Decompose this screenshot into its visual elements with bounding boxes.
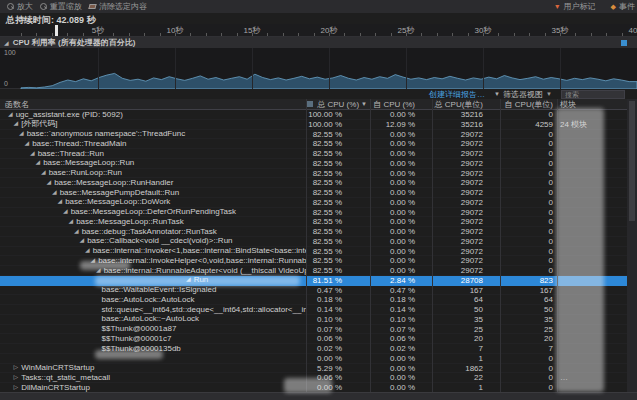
time-ruler[interactable]: 5秒10秒15秒20秒25秒30秒35秒40秒: [0, 24, 637, 37]
table-row[interactable]: ◢base::internal::RunnableAdapter<void (_…: [0, 266, 637, 276]
ruler-tick-label: 10秒: [167, 25, 184, 36]
table-row[interactable]: 0.00 %0.00 %10: [0, 354, 637, 364]
column-header-self-cpu-pct[interactable]: 自 CPU (%): [370, 99, 432, 110]
reset-zoom-button[interactable]: 重置缩放: [40, 1, 82, 12]
call-tree-table: 函数名 总 CPU (%) ▼ 自 CPU (%) 总 CPU(单位) 自 CP…: [0, 99, 637, 392]
module-cell: [557, 305, 627, 314]
cpu-utilization-header[interactable]: ◢ CPU 利用率 (所有处理器的百分比): [0, 37, 637, 48]
function-name-label: Tasks::qt_static_metacall: [21, 373, 110, 382]
vertical-scrollbar[interactable]: [627, 99, 637, 392]
reset-zoom-icon: [40, 3, 47, 10]
tree-expanded-icon[interactable]: ◢: [30, 149, 35, 158]
table-row[interactable]: ▷Tasks::qt_static_metacall0.06 %0.00 %22…: [0, 373, 637, 383]
self-cpu-units-cell: 0: [500, 237, 557, 246]
tree-expanded-icon[interactable]: ◢: [186, 276, 191, 285]
column-header-self-cpu-units[interactable]: 自 CPU(单位): [500, 99, 557, 110]
self-cpu-units-cell: 0: [500, 208, 557, 217]
table-row[interactable]: ◢base::Thread::ThreadMain82.55 %0.00 %29…: [0, 139, 637, 149]
clear-selection-button[interactable]: 清除选定内容: [89, 1, 147, 12]
self-cpu-units-cell: 50: [500, 305, 557, 314]
function-name-cell: ▷Tasks::qt_static_metacall: [0, 373, 306, 382]
total-cpu-units-cell: 28708: [432, 276, 500, 285]
total-cpu-pct-cell: 82.55 %: [306, 256, 370, 265]
table-row[interactable]: ◢base::MessagePumpDefault::Run82.55 %0.0…: [0, 188, 637, 198]
tree-expanded-icon[interactable]: ◢: [8, 110, 13, 119]
column-header-module[interactable]: 模块: [557, 99, 627, 110]
total-cpu-pct-cell: 82.55 %: [306, 149, 370, 158]
horizontal-scrollbar[interactable]: [0, 392, 637, 400]
section-expander-icon[interactable]: ◢: [4, 39, 9, 46]
table-row[interactable]: ◢base::MessageLoop::RunHandler82.55 %0.0…: [0, 178, 637, 188]
table-row[interactable]: ◢base::MessageLoop::RunTask82.55 %0.00 %…: [0, 217, 637, 227]
tree-expanded-icon[interactable]: ◢: [25, 139, 30, 148]
function-name-cell: ◢base::MessageLoop::DoWork: [0, 198, 306, 207]
tree-collapsed-icon[interactable]: ▷: [14, 383, 19, 392]
module-cell: 24 模块: [557, 120, 627, 129]
self-cpu-units-cell: 64: [500, 295, 557, 304]
self-cpu-units-cell: 0: [500, 169, 557, 178]
self-cpu-units-cell: 0: [500, 247, 557, 256]
table-row[interactable]: ◢base::RunLoop::Run82.55 %0.00 %290720: [0, 169, 637, 179]
self-cpu-pct-cell: 0.00 %: [370, 178, 432, 187]
table-row[interactable]: ◢base::debug::TaskAnnotator::RunTask82.5…: [0, 227, 637, 237]
total-cpu-pct-cell: 82.55 %: [306, 178, 370, 187]
table-row[interactable]: ◢base::internal::InvokeHelper<0,void,bas…: [0, 256, 637, 266]
tree-expanded-icon[interactable]: ◢: [47, 178, 52, 187]
column-header-function-name[interactable]: 函数名: [0, 99, 306, 110]
timeline-marker[interactable]: [55, 25, 58, 36]
table-row[interactable]: ◢base::internal::Invoker<1,base::interna…: [0, 247, 637, 257]
tree-expanded-icon[interactable]: ◢: [41, 169, 46, 178]
table-row[interactable]: ▷WinMainCRTStartup5.29 %0.00 %18620: [0, 364, 637, 374]
tree-expanded-icon[interactable]: ◢: [80, 237, 85, 246]
table-row[interactable]: ◢Run81.51 %2.84 %28708823: [0, 276, 637, 286]
table-row[interactable]: base::AutoLock::AutoLock0.18 %0.18 %6464: [0, 295, 637, 305]
table-row[interactable]: std::queue<__int64,std::deque<__int64,st…: [0, 305, 637, 315]
tree-expanded-icon[interactable]: ◢: [36, 159, 41, 168]
function-name-cell: ◢base::MessageLoop::RunTask: [0, 217, 306, 226]
table-row[interactable]: ◢base::Callback<void __cdecl(void)>::Run…: [0, 237, 637, 247]
function-name-cell: ◢base::MessagePumpDefault::Run: [0, 188, 306, 197]
tree-expanded-icon[interactable]: ◢: [14, 120, 19, 129]
column-header-total-cpu-pct[interactable]: 总 CPU (%) ▼: [306, 99, 370, 110]
table-row[interactable]: ◢[外部代码]100.00 %12.09 %35216425924 模块: [0, 120, 637, 130]
tree-collapsed-icon[interactable]: ▷: [14, 364, 19, 373]
table-row[interactable]: base::AutoLock::~AutoLock0.10 %0.10 %353…: [0, 315, 637, 325]
tree-expanded-icon[interactable]: ◢: [85, 247, 90, 256]
zoom-in-button[interactable]: 放大: [7, 1, 33, 12]
table-row[interactable]: ◢base::MessageLoop::DeferOrRunPendingTas…: [0, 208, 637, 218]
table-row[interactable]: ◢base::Thread::Run82.55 %0.00 %290720: [0, 149, 637, 159]
tree-expanded-icon[interactable]: ◢: [58, 198, 63, 207]
self-cpu-pct-cell: 0.00 %: [370, 256, 432, 265]
total-cpu-pct-cell: 82.55 %: [306, 169, 370, 178]
scrollbar-thumb[interactable]: [629, 101, 635, 221]
module-cell: [557, 217, 627, 226]
tree-expanded-icon[interactable]: ◢: [69, 217, 74, 226]
tree-expanded-icon[interactable]: ◢: [96, 266, 101, 275]
cpu-utilization-graph[interactable]: 100 0: [0, 48, 637, 89]
total-cpu-units-cell: 29072: [432, 266, 500, 275]
module-cell: [557, 178, 627, 187]
table-row[interactable]: ◢base::`anonymous namespace'::ThreadFunc…: [0, 130, 637, 140]
table-row[interactable]: $$Thunk@00001a870.07 %0.07 %2525: [0, 325, 637, 335]
table-row[interactable]: ◢base::MessageLoop::Run82.55 %0.00 %2907…: [0, 159, 637, 169]
table-row[interactable]: ◢ugc_assistant.exe (PID: 5092)100.00 %0.…: [0, 110, 637, 120]
sort-descending-icon: ▼: [361, 101, 367, 107]
tree-collapsed-icon[interactable]: ▷: [14, 373, 19, 382]
user-marks-legend[interactable]: ▼ 用户标记: [554, 1, 596, 12]
column-header-total-cpu-units[interactable]: 总 CPU(单位): [432, 99, 500, 110]
tree-expanded-icon[interactable]: ◢: [91, 256, 96, 265]
table-row[interactable]: base::WaitableEvent::IsSignaled0.47 %0.4…: [0, 286, 637, 296]
table-row[interactable]: ◢base::MessageLoop::DoWork82.55 %0.00 %2…: [0, 198, 637, 208]
self-cpu-units-cell: 167: [500, 286, 557, 295]
table-row[interactable]: $$Thunk@00001c70.06 %0.06 %2020: [0, 334, 637, 344]
events-legend[interactable]: ◆ 事件: [611, 1, 635, 12]
module-cell: [557, 139, 627, 148]
tree-expanded-icon[interactable]: ◢: [52, 188, 57, 197]
tree-expanded-icon[interactable]: ◢: [74, 227, 79, 236]
tree-expanded-icon[interactable]: ◢: [63, 208, 68, 217]
total-cpu-pct-cell: 82.55 %: [306, 188, 370, 197]
tree-expanded-icon[interactable]: ◢: [19, 130, 24, 139]
search-input[interactable]: [561, 90, 625, 99]
function-name-cell: ◢[外部代码]: [0, 120, 306, 129]
table-row[interactable]: $$Thunk@0000135db0.02 %0.02 %77: [0, 344, 637, 354]
